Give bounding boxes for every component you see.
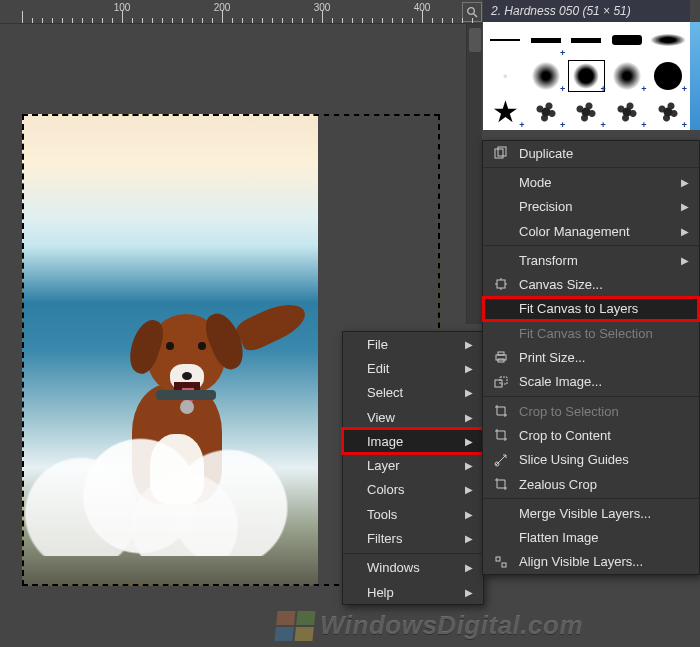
submenu-scale-image[interactable]: Scale Image...	[483, 370, 699, 394]
menu-label: File	[367, 337, 388, 352]
submenu-duplicate[interactable]: Duplicate	[483, 141, 699, 165]
chevron-right-icon: ▶	[681, 177, 689, 188]
ruler-horizontal: 100200300400	[0, 0, 482, 24]
chevron-right-icon: ▶	[465, 484, 473, 495]
brush-grid: + • + + + + ★+ + + + +	[485, 22, 688, 130]
scrollbar-vertical[interactable]	[466, 24, 482, 324]
menu-label: Image	[367, 434, 403, 449]
chevron-right-icon: ▶	[465, 436, 473, 447]
chevron-right-icon: ▶	[465, 562, 473, 573]
submenu-slice-using-guides[interactable]: Slice Using Guides	[483, 448, 699, 472]
submenu-print-size[interactable]: Print Size...	[483, 345, 699, 369]
brush-tiny-dot[interactable]: •	[485, 58, 526, 94]
chevron-right-icon: ▶	[465, 412, 473, 423]
svg-rect-8	[495, 380, 502, 387]
svg-rect-4	[497, 280, 505, 288]
menu-layer[interactable]: Layer▶	[343, 453, 483, 477]
svg-rect-12	[502, 563, 506, 567]
submenu-canvas-size[interactable]: Canvas Size...	[483, 272, 699, 296]
brush-soft-dot-1[interactable]: +	[526, 58, 567, 94]
chevron-right-icon: ▶	[681, 226, 689, 237]
brush-splat-1[interactable]: +	[526, 94, 567, 130]
menu-select[interactable]: Select▶	[343, 381, 483, 405]
svg-rect-3	[498, 147, 506, 156]
menu-label: Edit	[367, 361, 389, 376]
submenu-merge-visible-layers[interactable]: Merge Visible Layers...	[483, 501, 699, 525]
brush-thin-3[interactable]	[566, 22, 607, 58]
menu-label: Filters	[367, 531, 402, 546]
brush-thin-1[interactable]	[485, 22, 526, 58]
submenu-zealous-crop[interactable]: Zealous Crop	[483, 472, 699, 496]
submenu-flatten-image[interactable]: Flatten Image	[483, 525, 699, 549]
menu-image[interactable]: Image▶	[343, 429, 483, 453]
menu-file[interactable]: File▶	[343, 332, 483, 356]
menu-separator	[483, 167, 699, 168]
submenu-label: Flatten Image	[519, 530, 599, 545]
svg-line-1	[474, 14, 477, 17]
canvas-size-icon	[493, 276, 509, 292]
submenu-label: Scale Image...	[519, 374, 602, 389]
duplicate-icon	[493, 145, 509, 161]
menu-filters[interactable]: Filters▶	[343, 526, 483, 550]
menu-colors[interactable]: Colors▶	[343, 478, 483, 502]
chevron-right-icon: ▶	[465, 533, 473, 544]
scrollbar-thumb[interactable]	[469, 28, 481, 52]
brush-hardness-050[interactable]: +	[566, 58, 607, 94]
submenu-label: Print Size...	[519, 350, 585, 365]
submenu-label: Crop to Content	[519, 428, 611, 443]
submenu-label: Precision	[519, 199, 572, 214]
brush-hard-dot[interactable]: +	[647, 58, 688, 94]
menu-separator	[343, 553, 483, 554]
brush-blur-h[interactable]	[647, 22, 688, 58]
brush-splat-2[interactable]: +	[566, 94, 607, 130]
chevron-right-icon: ▶	[681, 255, 689, 266]
menu-separator	[483, 245, 699, 246]
svg-point-0	[468, 8, 475, 15]
submenu-label: Crop to Selection	[519, 404, 619, 419]
menu-label: Tools	[367, 507, 397, 522]
submenu-label: Fit Canvas to Selection	[519, 326, 653, 341]
brush-thin-2[interactable]: +	[526, 22, 567, 58]
svg-rect-2	[495, 149, 503, 158]
submenu-label: Mode	[519, 175, 552, 190]
menu-help[interactable]: Help▶	[343, 580, 483, 604]
submenu-precision[interactable]: Precision▶	[483, 195, 699, 219]
image-submenu[interactable]: DuplicateMode▶Precision▶Color Management…	[482, 140, 700, 575]
brush-splat-3[interactable]: +	[607, 94, 648, 130]
menu-tools[interactable]: Tools▶	[343, 502, 483, 526]
submenu-fit-canvas-to-layers[interactable]: Fit Canvas to Layers	[483, 297, 699, 321]
print-icon	[493, 349, 509, 365]
menu-label: Select	[367, 385, 403, 400]
submenu-mode[interactable]: Mode▶	[483, 170, 699, 194]
submenu-color-management[interactable]: Color Management▶	[483, 219, 699, 243]
menu-separator	[483, 498, 699, 499]
brush-panel[interactable]: + • + + + + ★+ + + + +	[483, 22, 690, 130]
windows-logo-icon	[274, 611, 315, 641]
svg-rect-6	[498, 352, 504, 355]
menu-label: Windows	[367, 560, 420, 575]
chevron-right-icon: ▶	[465, 339, 473, 350]
submenu-label: Canvas Size...	[519, 277, 603, 292]
submenu-crop-to-content[interactable]: Crop to Content	[483, 423, 699, 447]
menu-edit[interactable]: Edit▶	[343, 356, 483, 380]
submenu-align-visible-layers[interactable]: Align Visible Layers...	[483, 550, 699, 574]
slice-icon	[493, 452, 509, 468]
brush-title: 2. Hardness 050 (51 × 51)	[483, 0, 690, 22]
chevron-right-icon: ▶	[465, 509, 473, 520]
submenu-label: Slice Using Guides	[519, 452, 629, 467]
align-icon	[493, 554, 509, 570]
submenu-label: Align Visible Layers...	[519, 554, 643, 569]
menu-windows[interactable]: Windows▶	[343, 556, 483, 580]
submenu-label: Merge Visible Layers...	[519, 506, 651, 521]
menu-view[interactable]: View▶	[343, 405, 483, 429]
brush-soft-dot-2[interactable]: +	[607, 58, 648, 94]
menu-separator	[483, 396, 699, 397]
submenu-label: Fit Canvas to Layers	[519, 301, 638, 316]
submenu-transform[interactable]: Transform▶	[483, 248, 699, 272]
brush-thin-4[interactable]	[607, 22, 648, 58]
brush-splat-4[interactable]: +	[647, 94, 688, 130]
context-menu[interactable]: File▶Edit▶Select▶View▶Image▶Layer▶Colors…	[342, 331, 484, 605]
brush-star[interactable]: ★+	[485, 94, 526, 130]
chevron-right-icon: ▶	[465, 460, 473, 471]
crop-icon	[493, 427, 509, 443]
